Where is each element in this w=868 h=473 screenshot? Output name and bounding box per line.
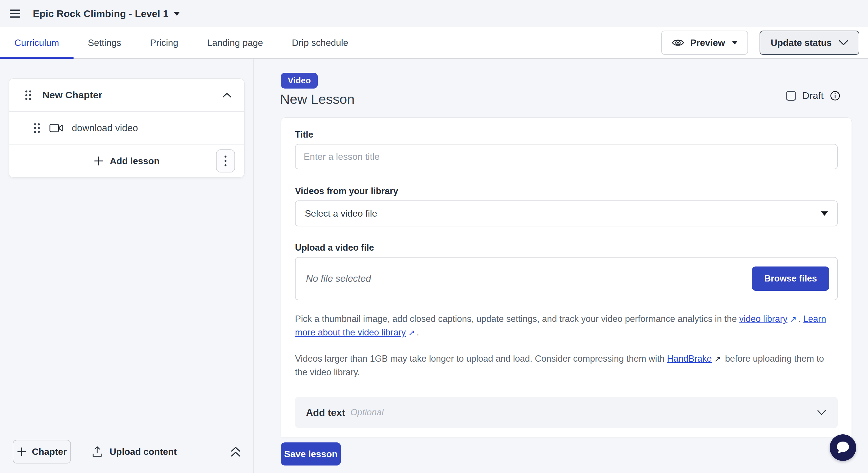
- add-chapter-label: Chapter: [32, 446, 67, 457]
- caret-down-icon: [821, 212, 828, 216]
- update-status-button[interactable]: Update status: [760, 31, 859, 55]
- course-title[interactable]: Epic Rock Climbing - Level 1: [33, 8, 168, 19]
- chapter-header[interactable]: New Chapter: [9, 79, 244, 112]
- save-lesson-button[interactable]: Save lesson: [281, 442, 341, 466]
- course-builder-page: Epic Rock Climbing - Level 1 Curriculum …: [0, 0, 868, 473]
- tab-actions: Preview Update status: [661, 27, 868, 58]
- draft-toggle-group: Draft: [786, 90, 840, 101]
- handbrake-link[interactable]: HandBrake: [667, 354, 712, 364]
- add-lesson-button[interactable]: Add lesson: [94, 156, 159, 166]
- info-icon[interactable]: [830, 91, 840, 101]
- chevron-up-icon[interactable]: [222, 93, 231, 98]
- chevron-down-icon: [817, 410, 826, 415]
- tab-landing-page[interactable]: Landing page: [193, 27, 277, 58]
- title-label: Title: [295, 129, 838, 140]
- plus-icon: [17, 447, 26, 456]
- chapter-card: New Chapter: [9, 78, 245, 178]
- add-lesson-label: Add lesson: [110, 156, 159, 166]
- chat-bubble-icon: [835, 440, 850, 455]
- note-text: Pick a thumbnail image, add closed capti…: [295, 314, 739, 324]
- draft-checkbox[interactable]: [786, 91, 796, 101]
- chevron-down-icon: [839, 39, 848, 46]
- page-title: New Lesson: [280, 91, 355, 107]
- chapter-options-button[interactable]: [216, 149, 235, 172]
- video-library-note: Pick a thumbnail image, add closed capti…: [295, 312, 838, 340]
- optional-label: Optional: [350, 407, 383, 418]
- upload-icon: [92, 446, 103, 458]
- lesson-item[interactable]: download video: [9, 112, 244, 145]
- file-upload-field[interactable]: No file selected Browse files: [295, 257, 838, 300]
- video-library-link[interactable]: video library: [739, 314, 787, 324]
- drag-handle-icon[interactable]: [25, 90, 31, 100]
- workspace: New Chapter: [0, 59, 868, 473]
- upload-content-button[interactable]: Upload content: [92, 446, 177, 458]
- menu-icon[interactable]: [10, 9, 20, 18]
- collapse-all-button[interactable]: [230, 446, 241, 458]
- eye-icon: [672, 36, 684, 49]
- add-text-label: Add text: [306, 407, 345, 418]
- video-library-select-value: Select a video file: [305, 208, 377, 219]
- chapter-title: New Chapter: [42, 89, 222, 101]
- external-link-icon: ↗: [714, 354, 721, 364]
- lesson-title-input[interactable]: [295, 144, 838, 169]
- upload-label: Upload a video file: [295, 243, 838, 253]
- lesson-type-badge: Video: [281, 73, 318, 89]
- add-chapter-button[interactable]: Chapter: [13, 440, 71, 464]
- video-library-select[interactable]: Select a video file: [295, 200, 838, 226]
- drag-handle-icon[interactable]: [34, 123, 40, 133]
- double-chevron-up-icon: [230, 446, 241, 458]
- curriculum-sidebar: New Chapter: [0, 59, 254, 473]
- tab-drip-schedule[interactable]: Drip schedule: [277, 27, 363, 58]
- chevron-down-icon[interactable]: [174, 12, 180, 15]
- tab-settings[interactable]: Settings: [73, 27, 136, 58]
- tab-bar: Curriculum Settings Pricing Landing page…: [0, 27, 868, 59]
- kebab-menu-icon: [224, 155, 227, 167]
- note-text: Videos larger than 1GB may take longer t…: [295, 354, 667, 364]
- sidebar-footer: Chapter Upload content: [0, 430, 253, 473]
- draft-label: Draft: [802, 90, 824, 101]
- top-bar: Epic Rock Climbing - Level 1: [0, 0, 868, 27]
- file-size-note: Videos larger than 1GB may take longer t…: [295, 352, 838, 379]
- external-link-icon: ↗: [408, 328, 415, 337]
- caret-down-icon: [732, 41, 738, 44]
- video-camera-icon: [49, 123, 63, 133]
- tab-pricing[interactable]: Pricing: [135, 27, 193, 58]
- note-text: .: [417, 327, 419, 338]
- lesson-title: download video: [72, 123, 138, 133]
- lesson-form-card: Title Videos from your library Select a …: [281, 117, 852, 437]
- preview-button[interactable]: Preview: [661, 31, 748, 55]
- add-text-accordion[interactable]: Add text Optional: [295, 397, 838, 428]
- update-status-label: Update status: [771, 37, 832, 48]
- tab-curriculum[interactable]: Curriculum: [0, 27, 73, 58]
- add-lesson-row: Add lesson: [9, 145, 244, 177]
- chat-widget-button[interactable]: [830, 434, 856, 461]
- browse-files-button[interactable]: Browse files: [752, 266, 829, 291]
- no-file-text: No file selected: [306, 273, 371, 284]
- preview-label: Preview: [690, 37, 725, 48]
- library-label: Videos from your library: [295, 186, 838, 196]
- upload-content-label: Upload content: [110, 446, 177, 457]
- lesson-editor: Video New Lesson Draft Title Videos from…: [254, 59, 868, 473]
- note-text: .: [798, 314, 803, 324]
- plus-icon: [94, 156, 103, 166]
- external-link-icon: ↗: [790, 315, 797, 324]
